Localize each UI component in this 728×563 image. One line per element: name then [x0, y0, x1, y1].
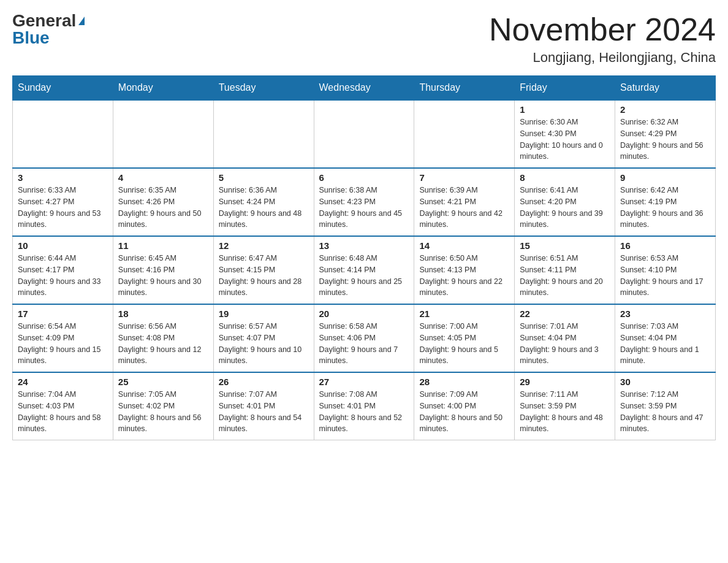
day-cell: 11Sunrise: 6:45 AMSunset: 4:16 PMDayligh…: [113, 236, 213, 304]
day-cell: 7Sunrise: 6:39 AMSunset: 4:21 PMDaylight…: [414, 168, 515, 236]
day-cell: [13, 100, 113, 168]
day-cell: 3Sunrise: 6:33 AMSunset: 4:27 PMDaylight…: [13, 168, 113, 236]
day-number: 8: [520, 172, 610, 183]
day-number: 15: [520, 240, 610, 251]
day-info: Sunrise: 6:58 AMSunset: 4:06 PMDaylight:…: [319, 321, 409, 367]
day-info: Sunrise: 7:07 AMSunset: 4:01 PMDaylight:…: [219, 389, 309, 435]
weekday-header-thursday: Thursday: [414, 76, 515, 101]
logo-triangle-icon: [78, 17, 85, 25]
day-info: Sunrise: 7:12 AMSunset: 3:59 PMDaylight:…: [620, 389, 710, 435]
weekday-header-row: SundayMondayTuesdayWednesdayThursdayFrid…: [13, 76, 716, 101]
day-cell: 16Sunrise: 6:53 AMSunset: 4:10 PMDayligh…: [615, 236, 716, 304]
day-info: Sunrise: 7:00 AMSunset: 4:05 PMDaylight:…: [419, 321, 509, 367]
day-info: Sunrise: 7:05 AMSunset: 4:02 PMDaylight:…: [118, 389, 208, 435]
day-info: Sunrise: 6:45 AMSunset: 4:16 PMDaylight:…: [118, 253, 208, 299]
day-cell: 15Sunrise: 6:51 AMSunset: 4:11 PMDayligh…: [515, 236, 615, 304]
day-number: 13: [319, 240, 409, 251]
day-cell: 10Sunrise: 6:44 AMSunset: 4:17 PMDayligh…: [13, 236, 113, 304]
title-section: November 2024 Longjiang, Heilongjiang, C…: [489, 12, 716, 66]
day-info: Sunrise: 6:42 AMSunset: 4:19 PMDaylight:…: [620, 185, 710, 231]
week-row-5: 24Sunrise: 7:04 AMSunset: 4:03 PMDayligh…: [13, 372, 716, 440]
weekday-header-wednesday: Wednesday: [314, 76, 414, 101]
day-number: 18: [118, 308, 208, 319]
day-cell: 9Sunrise: 6:42 AMSunset: 4:19 PMDaylight…: [615, 168, 716, 236]
day-cell: [314, 100, 414, 168]
logo-blue-text: Blue: [12, 29, 50, 47]
day-cell: 8Sunrise: 6:41 AMSunset: 4:20 PMDaylight…: [515, 168, 615, 236]
day-number: 6: [319, 172, 409, 183]
day-cell: 18Sunrise: 6:56 AMSunset: 4:08 PMDayligh…: [113, 304, 213, 372]
week-row-4: 17Sunrise: 6:54 AMSunset: 4:09 PMDayligh…: [13, 304, 716, 372]
weekday-header-saturday: Saturday: [615, 76, 716, 101]
day-number: 26: [219, 377, 309, 387]
day-info: Sunrise: 6:39 AMSunset: 4:21 PMDaylight:…: [419, 185, 509, 231]
day-cell: 6Sunrise: 6:38 AMSunset: 4:23 PMDaylight…: [314, 168, 414, 236]
day-info: Sunrise: 6:33 AMSunset: 4:27 PMDaylight:…: [18, 185, 108, 231]
day-cell: 24Sunrise: 7:04 AMSunset: 4:03 PMDayligh…: [13, 372, 113, 440]
day-info: Sunrise: 6:30 AMSunset: 4:30 PMDaylight:…: [520, 117, 610, 163]
day-info: Sunrise: 6:48 AMSunset: 4:14 PMDaylight:…: [319, 253, 409, 299]
day-cell: 1Sunrise: 6:30 AMSunset: 4:30 PMDaylight…: [515, 100, 615, 168]
logo: General Blue: [12, 12, 85, 47]
day-cell: 28Sunrise: 7:09 AMSunset: 4:00 PMDayligh…: [414, 372, 515, 440]
day-info: Sunrise: 6:53 AMSunset: 4:10 PMDaylight:…: [620, 253, 710, 299]
day-cell: 17Sunrise: 6:54 AMSunset: 4:09 PMDayligh…: [13, 304, 113, 372]
day-cell: 19Sunrise: 6:57 AMSunset: 4:07 PMDayligh…: [213, 304, 314, 372]
day-number: 27: [319, 377, 409, 387]
weekday-header-friday: Friday: [515, 76, 615, 101]
day-number: 20: [319, 308, 409, 319]
day-info: Sunrise: 7:11 AMSunset: 3:59 PMDaylight:…: [520, 389, 610, 435]
day-number: 21: [419, 308, 509, 319]
day-number: 3: [18, 172, 108, 183]
day-number: 7: [419, 172, 509, 183]
day-number: 17: [18, 308, 108, 319]
day-info: Sunrise: 6:57 AMSunset: 4:07 PMDaylight:…: [219, 321, 309, 367]
day-cell: 20Sunrise: 6:58 AMSunset: 4:06 PMDayligh…: [314, 304, 414, 372]
day-cell: 23Sunrise: 7:03 AMSunset: 4:04 PMDayligh…: [615, 304, 716, 372]
weekday-header-tuesday: Tuesday: [213, 76, 314, 101]
day-info: Sunrise: 6:50 AMSunset: 4:13 PMDaylight:…: [419, 253, 509, 299]
day-cell: 25Sunrise: 7:05 AMSunset: 4:02 PMDayligh…: [113, 372, 213, 440]
week-row-1: 1Sunrise: 6:30 AMSunset: 4:30 PMDaylight…: [13, 100, 716, 168]
day-number: 23: [620, 308, 710, 319]
week-row-3: 10Sunrise: 6:44 AMSunset: 4:17 PMDayligh…: [13, 236, 716, 304]
day-cell: 30Sunrise: 7:12 AMSunset: 3:59 PMDayligh…: [615, 372, 716, 440]
day-number: 14: [419, 240, 509, 251]
day-cell: 5Sunrise: 6:36 AMSunset: 4:24 PMDaylight…: [213, 168, 314, 236]
day-number: 5: [219, 172, 309, 183]
day-cell: 29Sunrise: 7:11 AMSunset: 3:59 PMDayligh…: [515, 372, 615, 440]
day-number: 22: [520, 308, 610, 319]
day-info: Sunrise: 6:44 AMSunset: 4:17 PMDaylight:…: [18, 253, 108, 299]
day-info: Sunrise: 7:04 AMSunset: 4:03 PMDaylight:…: [18, 389, 108, 435]
day-number: 9: [620, 172, 710, 183]
day-number: 12: [219, 240, 309, 251]
day-number: 29: [520, 377, 610, 387]
day-info: Sunrise: 7:09 AMSunset: 4:00 PMDaylight:…: [419, 389, 509, 435]
day-info: Sunrise: 6:32 AMSunset: 4:29 PMDaylight:…: [620, 117, 710, 163]
day-cell: 13Sunrise: 6:48 AMSunset: 4:14 PMDayligh…: [314, 236, 414, 304]
day-info: Sunrise: 6:35 AMSunset: 4:26 PMDaylight:…: [118, 185, 208, 231]
day-number: 28: [419, 377, 509, 387]
weekday-header-monday: Monday: [113, 76, 213, 101]
logo-general-text: General: [12, 12, 76, 29]
day-cell: [113, 100, 213, 168]
day-cell: 4Sunrise: 6:35 AMSunset: 4:26 PMDaylight…: [113, 168, 213, 236]
day-number: 19: [219, 308, 309, 319]
day-info: Sunrise: 6:41 AMSunset: 4:20 PMDaylight:…: [520, 185, 610, 231]
day-number: 16: [620, 240, 710, 251]
day-cell: [213, 100, 314, 168]
day-number: 10: [18, 240, 108, 251]
day-cell: 21Sunrise: 7:00 AMSunset: 4:05 PMDayligh…: [414, 304, 515, 372]
day-number: 4: [118, 172, 208, 183]
location-title: Longjiang, Heilongjiang, China: [489, 50, 716, 66]
weekday-header-sunday: Sunday: [13, 76, 113, 101]
day-cell: 14Sunrise: 6:50 AMSunset: 4:13 PMDayligh…: [414, 236, 515, 304]
day-cell: 2Sunrise: 6:32 AMSunset: 4:29 PMDaylight…: [615, 100, 716, 168]
day-number: 1: [520, 104, 610, 115]
day-info: Sunrise: 6:51 AMSunset: 4:11 PMDaylight:…: [520, 253, 610, 299]
day-info: Sunrise: 6:36 AMSunset: 4:24 PMDaylight:…: [219, 185, 309, 231]
day-cell: 12Sunrise: 6:47 AMSunset: 4:15 PMDayligh…: [213, 236, 314, 304]
day-number: 25: [118, 377, 208, 387]
day-number: 2: [620, 104, 710, 115]
day-info: Sunrise: 7:03 AMSunset: 4:04 PMDaylight:…: [620, 321, 710, 367]
